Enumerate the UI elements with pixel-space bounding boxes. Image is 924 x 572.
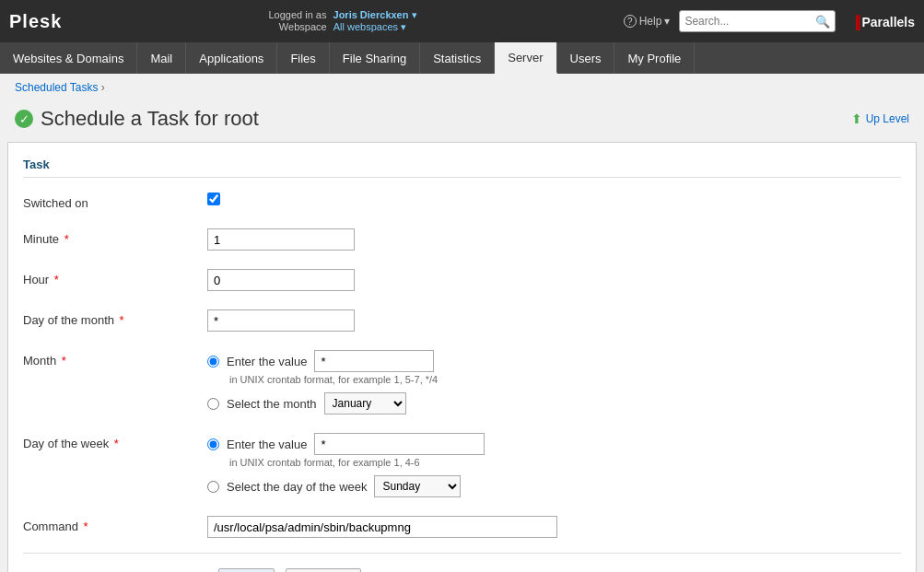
nav-item-my-profile[interactable]: My Profile xyxy=(614,42,695,74)
dow-enter-value-row: Enter the value in UNIX crontab format, … xyxy=(207,433,901,468)
control-switched-on xyxy=(207,193,901,205)
help-button[interactable]: ? Help ▾ xyxy=(624,15,671,28)
input-minute[interactable] xyxy=(207,228,355,251)
help-icon: ? xyxy=(624,15,637,28)
form-divider xyxy=(23,553,901,554)
month-select[interactable]: January February March April May June Ju… xyxy=(324,392,406,414)
label-month: Month * xyxy=(23,350,207,368)
webspace-arrow: ▾ xyxy=(401,21,406,32)
month-enter-value-row: Enter the value in UNIX crontab format, … xyxy=(207,350,901,385)
status-icon: ✓ xyxy=(15,110,33,128)
input-hour[interactable] xyxy=(207,269,355,291)
input-month-value[interactable] xyxy=(314,350,434,372)
radio-dow-select[interactable] xyxy=(207,481,219,493)
form-row-switched-on: Switched on xyxy=(23,189,901,214)
control-minute xyxy=(207,228,901,251)
nav-item-files[interactable]: Files xyxy=(277,42,329,74)
parallels-logo: ‖Parallels xyxy=(854,13,915,30)
form-row-command: Command * xyxy=(23,512,901,542)
control-month: Enter the value in UNIX crontab format, … xyxy=(207,350,901,414)
breadcrumb: Scheduled Tasks › xyxy=(0,74,924,101)
ok-button[interactable]: OK xyxy=(218,568,275,572)
username-arrow: ▾ xyxy=(412,9,417,20)
control-command xyxy=(207,516,901,538)
required-hour: * xyxy=(51,273,59,286)
form-row-month: Month * Enter the value in UNIX crontab … xyxy=(23,346,901,418)
label-day-of-month: Day of the month * xyxy=(23,309,207,327)
dow-radio-group: Enter the value in UNIX crontab format, … xyxy=(207,433,901,497)
checkbox-switched-on[interactable] xyxy=(207,193,220,205)
month-hint: in UNIX crontab format, for example 1, 5… xyxy=(229,374,901,385)
nav-item-file-sharing[interactable]: File Sharing xyxy=(330,42,420,74)
top-header: Plesk Logged in as Joris Dierckxen ▾ Web… xyxy=(0,0,924,42)
month-enter-label: Enter the value xyxy=(227,355,307,368)
nav-bar: Websites & Domains Mail Applications Fil… xyxy=(0,42,924,74)
nav-item-websites-domains[interactable]: Websites & Domains xyxy=(0,42,137,74)
breadcrumb-separator: › xyxy=(101,81,105,94)
month-radio-group: Enter the value in UNIX crontab format, … xyxy=(207,350,901,414)
required-day-of-week: * xyxy=(111,437,119,450)
dow-enter-label: Enter the value xyxy=(227,438,307,451)
form-footer: * Required fields OK Cancel xyxy=(23,568,901,572)
help-label: Help xyxy=(639,15,662,28)
help-arrow: ▾ xyxy=(664,15,670,28)
search-input[interactable] xyxy=(684,15,813,28)
nav-item-statistics[interactable]: Statistics xyxy=(420,42,495,74)
month-radio-enter: Enter the value xyxy=(207,350,901,372)
input-day-of-month[interactable] xyxy=(207,309,355,332)
cancel-button[interactable]: Cancel xyxy=(286,568,361,572)
dow-radio-select-row: Select the day of the week Sunday Monday… xyxy=(207,475,901,497)
nav-item-server[interactable]: Server xyxy=(495,42,556,74)
radio-month-enter[interactable] xyxy=(207,356,219,368)
label-day-of-week: Day of the week * xyxy=(23,433,207,450)
control-day-of-month xyxy=(207,309,901,332)
search-icon: 🔍 xyxy=(815,15,830,29)
month-radio-select-row: Select the month January February March … xyxy=(207,392,901,414)
checkbox-row-switched-on xyxy=(207,193,901,205)
content-area: Task Switched on Minute * Hour * Day of … xyxy=(7,142,917,572)
page-heading: Schedule a Task for root xyxy=(41,107,259,131)
label-command: Command * xyxy=(23,516,207,533)
form-row-minute: Minute * xyxy=(23,225,901,254)
page-title-area: ✓ Schedule a Task for root ⬆ Up Level xyxy=(0,101,924,142)
required-day-of-month: * xyxy=(116,313,124,327)
page-title: ✓ Schedule a Task for root xyxy=(15,107,259,131)
search-box[interactable]: 🔍 xyxy=(679,10,836,32)
nav-item-applications[interactable]: Applications xyxy=(186,42,277,74)
dow-select[interactable]: Sunday Monday Tuesday Wednesday Thursday… xyxy=(374,475,461,497)
required-minute: * xyxy=(61,232,69,246)
up-level-button[interactable]: ⬆ Up Level xyxy=(851,111,909,126)
dow-select-label: Select the day of the week xyxy=(227,480,367,494)
label-switched-on: Switched on xyxy=(23,193,207,210)
webspace-info: Webspace All webspaces ▾ xyxy=(279,21,406,33)
plesk-logo: Plesk xyxy=(9,11,62,32)
nav-item-mail[interactable]: Mail xyxy=(137,42,186,74)
required-month: * xyxy=(58,354,66,368)
nav-item-users[interactable]: Users xyxy=(557,42,615,74)
up-level-icon: ⬆ xyxy=(851,111,862,126)
radio-month-select[interactable] xyxy=(207,398,219,410)
logged-in-info: Logged in as Joris Dierckxen ▾ xyxy=(268,9,416,21)
input-dow-value[interactable] xyxy=(314,433,485,455)
header-right: ? Help ▾ 🔍 ‖Parallels xyxy=(624,10,915,32)
label-minute: Minute * xyxy=(23,228,207,246)
username[interactable]: Joris Dierckxen xyxy=(333,9,409,20)
radio-dow-enter[interactable] xyxy=(207,438,219,450)
section-heading: Task xyxy=(23,158,901,178)
dow-hint: in UNIX crontab format, for example 1, 4… xyxy=(229,457,901,468)
label-hour: Hour * xyxy=(23,269,207,286)
webspace-value[interactable]: All webspaces xyxy=(333,21,398,32)
header-center: Logged in as Joris Dierckxen ▾ Webspace … xyxy=(268,9,416,33)
month-select-label: Select the month xyxy=(227,397,317,411)
control-hour xyxy=(207,269,901,291)
up-level-label: Up Level xyxy=(866,112,909,125)
form-row-day-of-week: Day of the week * Enter the value in UNI… xyxy=(23,429,901,501)
dow-radio-enter: Enter the value xyxy=(207,433,901,455)
webspace-label: Webspace xyxy=(279,21,327,32)
input-command[interactable] xyxy=(207,516,557,538)
breadcrumb-scheduled-tasks[interactable]: Scheduled Tasks xyxy=(15,81,99,94)
control-day-of-week: Enter the value in UNIX crontab format, … xyxy=(207,433,901,497)
logged-in-label: Logged in as xyxy=(268,9,326,20)
form-row-day-of-month: Day of the month * xyxy=(23,306,901,335)
form-row-hour: Hour * xyxy=(23,265,901,295)
